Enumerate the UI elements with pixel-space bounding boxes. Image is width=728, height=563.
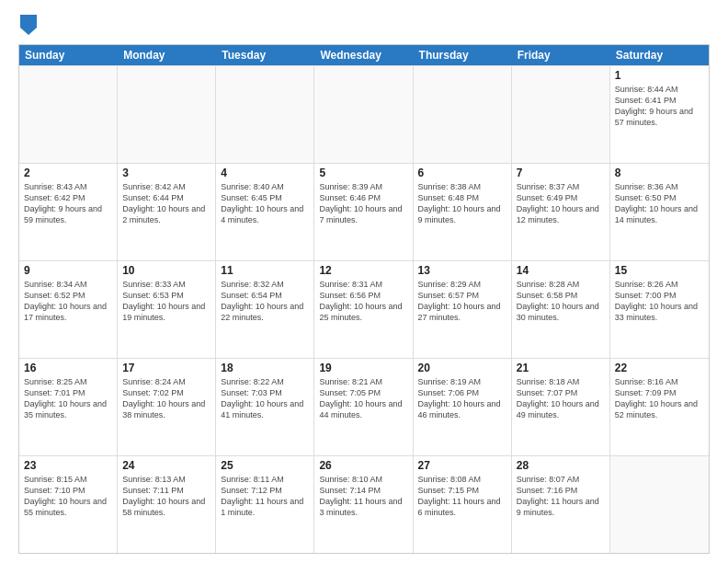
calendar-cell: 16Sunrise: 8:25 AM Sunset: 7:01 PM Dayli… — [19, 359, 118, 455]
day-info: Sunrise: 8:13 AM Sunset: 7:11 PM Dayligh… — [122, 474, 210, 519]
day-number: 26 — [319, 459, 407, 472]
day-info: Sunrise: 8:26 AM Sunset: 7:00 PM Dayligh… — [615, 279, 704, 324]
day-number: 22 — [615, 362, 704, 374]
day-number: 23 — [24, 459, 112, 472]
day-info: Sunrise: 8:44 AM Sunset: 6:41 PM Dayligh… — [615, 84, 704, 129]
day-number: 28 — [517, 459, 605, 472]
day-info: Sunrise: 8:31 AM Sunset: 6:56 PM Dayligh… — [319, 279, 407, 324]
calendar-header-cell: Sunday — [19, 45, 118, 65]
day-number: 2 — [24, 167, 112, 179]
calendar-cell: 14Sunrise: 8:28 AM Sunset: 6:58 PM Dayli… — [512, 261, 610, 358]
day-number: 9 — [24, 264, 112, 277]
calendar-row: 1Sunrise: 8:44 AM Sunset: 6:41 PM Daylig… — [19, 65, 709, 163]
calendar-cell: 8Sunrise: 8:36 AM Sunset: 6:50 PM Daylig… — [610, 164, 709, 260]
calendar-cell: 13Sunrise: 8:29 AM Sunset: 6:57 PM Dayli… — [414, 261, 512, 358]
day-info: Sunrise: 8:38 AM Sunset: 6:48 PM Dayligh… — [418, 181, 506, 226]
calendar-cell — [314, 66, 413, 163]
calendar-cell: 6Sunrise: 8:38 AM Sunset: 6:48 PM Daylig… — [414, 164, 512, 260]
calendar-header-cell: Monday — [118, 45, 216, 65]
calendar-row: 16Sunrise: 8:25 AM Sunset: 7:01 PM Dayli… — [19, 358, 709, 455]
calendar-header-cell: Tuesday — [216, 45, 314, 65]
calendar-cell — [414, 66, 512, 163]
calendar-row: 23Sunrise: 8:15 AM Sunset: 7:10 PM Dayli… — [19, 455, 709, 553]
day-info: Sunrise: 8:22 AM Sunset: 7:03 PM Dayligh… — [221, 376, 309, 421]
header — [18, 15, 710, 35]
calendar-cell — [512, 66, 610, 163]
calendar-header-cell: Friday — [512, 45, 610, 65]
day-info: Sunrise: 8:29 AM Sunset: 6:57 PM Dayligh… — [418, 279, 506, 324]
calendar-cell: 5Sunrise: 8:39 AM Sunset: 6:46 PM Daylig… — [314, 164, 413, 260]
day-number: 8 — [615, 167, 704, 179]
svg-marker-0 — [20, 15, 37, 35]
calendar-cell: 26Sunrise: 8:10 AM Sunset: 7:14 PM Dayli… — [314, 456, 413, 553]
day-number: 5 — [319, 167, 407, 179]
calendar-cell: 28Sunrise: 8:07 AM Sunset: 7:16 PM Dayli… — [512, 456, 610, 553]
logo — [18, 15, 37, 35]
day-number: 15 — [615, 264, 704, 277]
day-number: 1 — [615, 69, 704, 82]
day-info: Sunrise: 8:16 AM Sunset: 7:09 PM Dayligh… — [615, 376, 704, 421]
day-info: Sunrise: 8:24 AM Sunset: 7:02 PM Dayligh… — [122, 376, 210, 421]
calendar-cell: 11Sunrise: 8:32 AM Sunset: 6:54 PM Dayli… — [216, 261, 314, 358]
day-info: Sunrise: 8:11 AM Sunset: 7:12 PM Dayligh… — [221, 474, 309, 519]
calendar-cell: 27Sunrise: 8:08 AM Sunset: 7:15 PM Dayli… — [414, 456, 512, 553]
day-info: Sunrise: 8:34 AM Sunset: 6:52 PM Dayligh… — [24, 279, 112, 324]
calendar-cell: 25Sunrise: 8:11 AM Sunset: 7:12 PM Dayli… — [216, 456, 314, 553]
calendar-cell: 19Sunrise: 8:21 AM Sunset: 7:05 PM Dayli… — [314, 359, 413, 455]
logo-icon — [20, 15, 37, 35]
calendar: SundayMondayTuesdayWednesdayThursdayFrid… — [18, 44, 710, 554]
day-number: 12 — [319, 264, 407, 277]
calendar-cell: 1Sunrise: 8:44 AM Sunset: 6:41 PM Daylig… — [610, 66, 709, 163]
day-info: Sunrise: 8:25 AM Sunset: 7:01 PM Dayligh… — [24, 376, 112, 421]
day-number: 27 — [418, 459, 506, 472]
day-number: 24 — [122, 459, 210, 472]
calendar-row: 9Sunrise: 8:34 AM Sunset: 6:52 PM Daylig… — [19, 260, 709, 358]
day-info: Sunrise: 8:21 AM Sunset: 7:05 PM Dayligh… — [319, 376, 407, 421]
calendar-cell — [118, 66, 216, 163]
day-number: 7 — [517, 167, 605, 179]
calendar-cell — [19, 66, 118, 163]
day-info: Sunrise: 8:33 AM Sunset: 6:53 PM Dayligh… — [122, 279, 210, 324]
day-info: Sunrise: 8:19 AM Sunset: 7:06 PM Dayligh… — [418, 376, 506, 421]
calendar-header: SundayMondayTuesdayWednesdayThursdayFrid… — [19, 45, 709, 65]
day-info: Sunrise: 8:15 AM Sunset: 7:10 PM Dayligh… — [24, 474, 112, 519]
calendar-body: 1Sunrise: 8:44 AM Sunset: 6:41 PM Daylig… — [19, 65, 709, 553]
calendar-cell: 18Sunrise: 8:22 AM Sunset: 7:03 PM Dayli… — [216, 359, 314, 455]
calendar-cell: 24Sunrise: 8:13 AM Sunset: 7:11 PM Dayli… — [118, 456, 216, 553]
day-info: Sunrise: 8:08 AM Sunset: 7:15 PM Dayligh… — [418, 474, 506, 519]
day-info: Sunrise: 8:28 AM Sunset: 6:58 PM Dayligh… — [517, 279, 605, 324]
calendar-header-cell: Saturday — [610, 45, 709, 65]
day-number: 25 — [221, 459, 309, 472]
calendar-cell: 20Sunrise: 8:19 AM Sunset: 7:06 PM Dayli… — [414, 359, 512, 455]
day-info: Sunrise: 8:07 AM Sunset: 7:16 PM Dayligh… — [517, 474, 605, 519]
day-number: 18 — [221, 362, 309, 374]
calendar-header-cell: Wednesday — [314, 45, 413, 65]
calendar-cell: 23Sunrise: 8:15 AM Sunset: 7:10 PM Dayli… — [19, 456, 118, 553]
day-info: Sunrise: 8:43 AM Sunset: 6:42 PM Dayligh… — [24, 181, 112, 226]
calendar-cell: 4Sunrise: 8:40 AM Sunset: 6:45 PM Daylig… — [216, 164, 314, 260]
calendar-row: 2Sunrise: 8:43 AM Sunset: 6:42 PM Daylig… — [19, 163, 709, 260]
calendar-cell — [610, 456, 709, 553]
day-number: 19 — [319, 362, 407, 374]
calendar-cell: 17Sunrise: 8:24 AM Sunset: 7:02 PM Dayli… — [118, 359, 216, 455]
calendar-cell: 7Sunrise: 8:37 AM Sunset: 6:49 PM Daylig… — [512, 164, 610, 260]
calendar-cell: 12Sunrise: 8:31 AM Sunset: 6:56 PM Dayli… — [314, 261, 413, 358]
calendar-cell: 10Sunrise: 8:33 AM Sunset: 6:53 PM Dayli… — [118, 261, 216, 358]
calendar-cell: 9Sunrise: 8:34 AM Sunset: 6:52 PM Daylig… — [19, 261, 118, 358]
day-number: 3 — [122, 167, 210, 179]
calendar-cell: 3Sunrise: 8:42 AM Sunset: 6:44 PM Daylig… — [118, 164, 216, 260]
calendar-cell — [216, 66, 314, 163]
day-number: 16 — [24, 362, 112, 374]
day-info: Sunrise: 8:40 AM Sunset: 6:45 PM Dayligh… — [221, 181, 309, 226]
day-number: 13 — [418, 264, 506, 277]
calendar-cell: 2Sunrise: 8:43 AM Sunset: 6:42 PM Daylig… — [19, 164, 118, 260]
day-number: 11 — [221, 264, 309, 277]
day-number: 10 — [122, 264, 210, 277]
day-info: Sunrise: 8:36 AM Sunset: 6:50 PM Dayligh… — [615, 181, 704, 226]
day-info: Sunrise: 8:42 AM Sunset: 6:44 PM Dayligh… — [122, 181, 210, 226]
day-info: Sunrise: 8:18 AM Sunset: 7:07 PM Dayligh… — [517, 376, 605, 421]
page: SundayMondayTuesdayWednesdayThursdayFrid… — [0, 0, 728, 563]
calendar-cell: 15Sunrise: 8:26 AM Sunset: 7:00 PM Dayli… — [610, 261, 709, 358]
day-number: 4 — [221, 167, 309, 179]
day-info: Sunrise: 8:39 AM Sunset: 6:46 PM Dayligh… — [319, 181, 407, 226]
